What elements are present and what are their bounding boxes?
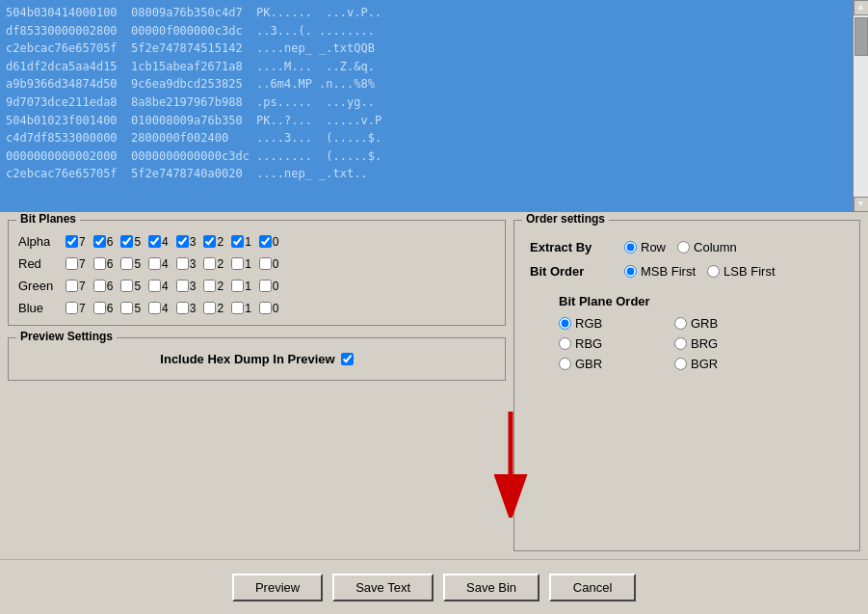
alpha-label: Alpha <box>18 234 62 249</box>
blue-bit6: 6 <box>93 302 118 315</box>
bgr-option: BGR <box>674 357 790 371</box>
green-row: Green 7 6 5 4 3 2 1 0 <box>18 279 495 293</box>
hex-dump-checkbox[interactable] <box>341 353 354 365</box>
grb-option: GRB <box>674 316 790 331</box>
hex-content: 504b030414000100 08009a76b350c4d7 PK....… <box>6 4 862 147</box>
blue-bit4: 4 <box>148 302 172 315</box>
blue-bit3: 3 <box>176 302 200 315</box>
red-bit1: 1 <box>231 257 255 271</box>
green-bit5: 5 <box>120 280 145 293</box>
rbg-label: RBG <box>575 336 602 351</box>
cancel-button[interactable]: Cancel <box>549 574 636 601</box>
blue-bit5: 5 <box>120 302 145 315</box>
red-row: Red 7 6 5 4 3 2 1 0 <box>18 256 495 271</box>
red-bit4: 4 <box>148 257 172 271</box>
msb-first-radio[interactable] <box>624 265 637 278</box>
scroll-down-button[interactable]: ▼ <box>854 197 869 212</box>
lsb-first-option: LSB First <box>707 264 775 279</box>
brg-radio[interactable] <box>674 337 687 350</box>
bit-planes-title: Bit Planes <box>16 212 80 226</box>
bottom-bar: Preview Save Text Save Bin Cancel <box>0 559 868 614</box>
preview-settings-title: Preview Settings <box>16 330 117 343</box>
green-bit1: 1 <box>231 280 255 293</box>
rbg-option: RBG <box>559 336 674 351</box>
green-bit4: 4 <box>148 280 172 293</box>
extract-by-column-label: Column <box>694 240 737 254</box>
rgb-option: RGB <box>559 316 674 331</box>
gbr-option: GBR <box>559 357 674 371</box>
hex-dump-label: Include Hex Dump In Preview <box>160 352 334 366</box>
blue-bit7: 7 <box>66 302 90 315</box>
order-settings-section: Order settings Extract By Row Column Bit… <box>513 220 860 551</box>
blue-row: Blue 7 6 5 4 3 2 1 0 <box>18 301 495 315</box>
hex-content-3: c2ebcac76e65705f 5f2e7478740a0020 ....ne… <box>6 165 862 183</box>
alpha-bit5: 5 <box>120 235 145 249</box>
scrollbar[interactable]: ▲ ▼ <box>853 0 868 212</box>
bit-order-options: MSB First LSB First <box>624 264 776 279</box>
scrollbar-thumb[interactable] <box>855 17 868 56</box>
alpha-bit6: 6 <box>93 235 118 249</box>
left-panel: Bit Planes Alpha 7 6 5 4 3 2 1 0 Red 7 6… <box>8 220 506 551</box>
red-bit2: 2 <box>203 257 227 271</box>
green-bit0: 0 <box>259 280 283 293</box>
extract-by-options: Row Column <box>624 240 737 254</box>
brg-label: BRG <box>691 336 718 351</box>
red-bit0: 0 <box>259 257 283 271</box>
lsb-first-radio[interactable] <box>707 265 720 278</box>
alpha-bit0: 0 <box>259 235 283 249</box>
hex-content-2: 0000000000002000 0000000000000c3dc .....… <box>6 147 862 166</box>
bit-order-label: Bit Order <box>530 264 617 279</box>
alpha-bit4: 4 <box>148 235 172 249</box>
save-text-button[interactable]: Save Text <box>332 574 434 601</box>
extract-by-column-radio[interactable] <box>677 241 690 254</box>
alpha-bit7: 7 <box>66 235 90 249</box>
msb-first-label: MSB First <box>641 264 696 279</box>
rbg-radio[interactable] <box>559 337 571 350</box>
hex-dump-row: Include Hex Dump In Preview <box>18 352 495 366</box>
red-bit3: 3 <box>176 257 200 271</box>
blue-label: Blue <box>18 301 62 315</box>
hex-dump-area: 504b030414000100 08009a76b350c4d7 PK....… <box>0 0 868 212</box>
extract-by-row-option: Row <box>624 240 666 254</box>
alpha-row: Alpha 7 6 5 4 3 2 1 0 <box>18 234 495 249</box>
gbr-radio[interactable] <box>559 358 571 370</box>
extract-by-column-option: Column <box>677 240 737 254</box>
green-bit7: 7 <box>66 280 90 293</box>
red-label: Red <box>18 256 62 271</box>
alpha-bit3: 3 <box>176 235 200 249</box>
scrollbar-track[interactable] <box>854 15 869 197</box>
blue-bit0: 0 <box>259 302 283 315</box>
extract-by-row: Extract By Row Column <box>530 240 844 254</box>
msb-first-option: MSB First <box>624 264 696 279</box>
order-settings-title: Order settings <box>522 212 609 226</box>
bgr-label: BGR <box>691 357 718 371</box>
blue-bit1: 1 <box>231 302 255 315</box>
preview-settings-section: Preview Settings Include Hex Dump In Pre… <box>8 337 506 381</box>
rgb-label: RGB <box>575 316 602 331</box>
bit-planes-section: Bit Planes Alpha 7 6 5 4 3 2 1 0 Red 7 6… <box>8 220 506 326</box>
bit-order-row: Bit Order MSB First LSB First <box>530 264 844 279</box>
extract-by-row-radio[interactable] <box>624 241 637 254</box>
bgr-radio[interactable] <box>674 358 687 370</box>
scroll-up-button[interactable]: ▲ <box>854 0 869 15</box>
green-bit3: 3 <box>176 280 200 293</box>
grb-label: GRB <box>691 316 718 331</box>
green-bit2: 2 <box>203 280 227 293</box>
bit-plane-order-title: Bit Plane Order <box>559 294 844 308</box>
main-area: Bit Planes Alpha 7 6 5 4 3 2 1 0 Red 7 6… <box>0 212 868 559</box>
extract-by-label: Extract By <box>530 240 617 254</box>
blue-bit2: 2 <box>203 302 227 315</box>
rgb-radio[interactable] <box>559 317 571 330</box>
bit-plane-order-grid: RGB GRB RBG BRG GBR <box>559 316 844 371</box>
bit-plane-order-section: Bit Plane Order RGB GRB RBG BRG <box>530 294 844 371</box>
red-bit6: 6 <box>93 257 118 271</box>
preview-button[interactable]: Preview <box>232 574 323 601</box>
brg-option: BRG <box>674 336 790 351</box>
red-bit7: 7 <box>66 257 90 271</box>
lsb-first-label: LSB First <box>723 264 775 279</box>
alpha-bit1: 1 <box>231 235 255 249</box>
gbr-label: GBR <box>575 357 602 371</box>
grb-radio[interactable] <box>674 317 687 330</box>
save-bin-button[interactable]: Save Bin <box>443 574 539 601</box>
red-bit5: 5 <box>120 257 145 271</box>
